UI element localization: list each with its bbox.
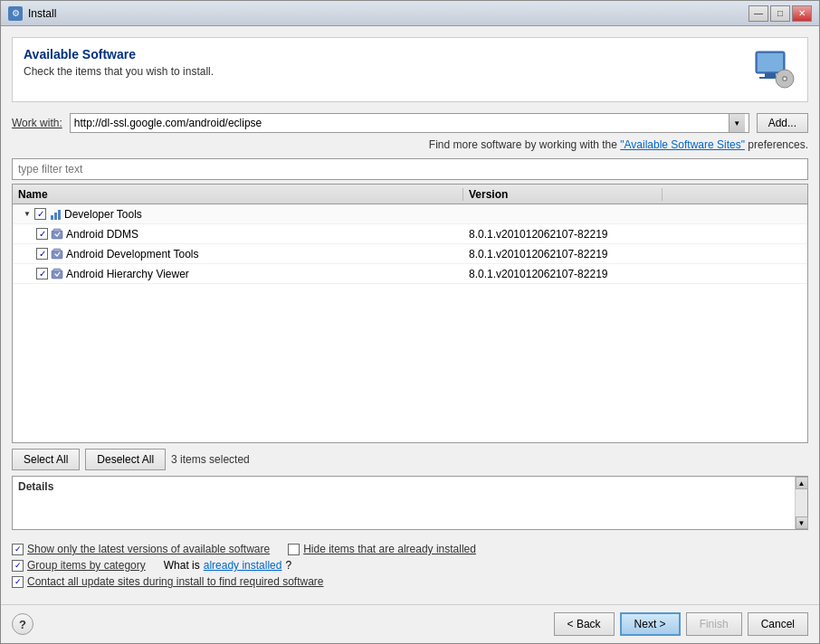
tree-cell-version: 8.0.1.v201012062107-82219 — [463, 248, 663, 260]
col-version: Version — [463, 188, 663, 201]
select-all-button[interactable]: Select All — [12, 449, 80, 470]
svg-rect-9 — [52, 251, 62, 259]
help-button[interactable]: ? — [12, 613, 33, 635]
work-with-label: Work with: — [12, 117, 62, 129]
option-item-latest-versions: Show only the latest versions of availab… — [12, 543, 270, 555]
row-checkbox[interactable] — [34, 208, 46, 220]
software-sites-row: Find more software by working with the "… — [12, 138, 808, 151]
options-row-3: Contact all update sites during install … — [12, 575, 808, 588]
main-content: Name Version ▼ — [12, 184, 808, 593]
software-sites-link[interactable]: "Available Software Sites" — [620, 138, 745, 151]
package-group-icon — [48, 207, 62, 222]
row-label: Android DDMS — [66, 228, 138, 241]
option-label-latest-versions: Show only the latest versions of availab… — [27, 543, 270, 555]
title-bar-buttons: — □ ✕ — [748, 5, 812, 22]
work-with-row: Work with: http://dl-ssl.google.com/andr… — [12, 113, 808, 133]
option-label-hide-installed: Hide items that are already installed — [303, 543, 476, 555]
tree-body: ▼ Developer Tools — [13, 204, 807, 284]
already-installed-link[interactable]: already installed — [204, 559, 282, 572]
details-label: Details — [18, 480, 53, 493]
options-row-2: Group items by category What is already … — [12, 559, 808, 572]
svg-rect-8 — [53, 229, 61, 232]
option-label-already-installed-prefix: What is — [164, 559, 200, 572]
scroll-up-button[interactable]: ▲ — [796, 477, 808, 489]
header-icon — [751, 47, 796, 92]
svg-rect-2 — [765, 73, 776, 77]
option-checkbox-hide-installed[interactable] — [288, 544, 300, 555]
install-window: ⚙ Install — □ ✕ Available Software Check… — [0, 0, 820, 644]
work-with-combo[interactable]: http://dl-ssl.google.com/android/eclipse… — [70, 113, 749, 133]
details-section: Details ▲ ▼ — [12, 476, 808, 530]
tree-cell-name: Android DDMS — [13, 227, 463, 242]
option-label-already-installed-suffix: ? — [285, 559, 291, 572]
filter-input[interactable] — [12, 158, 808, 180]
software-sites-prefix: Find more software by working with the — [429, 138, 620, 151]
cancel-button[interactable]: Cancel — [748, 612, 808, 636]
content-area: Available Software Check the items that … — [1, 26, 819, 604]
row-label: Developer Tools — [64, 208, 142, 221]
software-sites-suffix: preferences. — [748, 138, 808, 151]
row-checkbox[interactable] — [36, 268, 48, 279]
option-item-already-installed: What is already installed ? — [164, 559, 291, 572]
svg-rect-10 — [53, 249, 61, 251]
options-section: Show only the latest versions of availab… — [12, 537, 808, 593]
window-title: Install — [28, 7, 748, 20]
option-item-hide-installed: Hide items that are already installed — [288, 543, 476, 555]
header-section: Available Software Check the items that … — [12, 37, 808, 102]
svg-rect-11 — [52, 270, 62, 279]
window-icon: ⚙ — [8, 6, 23, 21]
header-subtitle: Check the items that you wish to install… — [24, 65, 751, 78]
header-title: Available Software — [24, 47, 751, 62]
combo-value: http://dl-ssl.google.com/android/eclipse — [74, 117, 262, 129]
tree-cell-name: Android Hierarchy Viewer — [13, 267, 463, 281]
option-checkbox-contact-update-sites[interactable] — [12, 576, 24, 588]
package-icon — [50, 247, 64, 261]
tree-header: Name Version — [13, 185, 807, 204]
tree-table: Name Version ▼ — [12, 184, 808, 443]
add-button[interactable]: Add... — [757, 113, 808, 133]
title-bar: ⚙ Install — □ ✕ — [1, 1, 819, 26]
bottom-bar: ? < Back Next > Finish Cancel — [1, 604, 819, 643]
table-row: Android Hierarchy Viewer 8.0.1.v20101206… — [13, 264, 807, 284]
details-scrollbar: ▲ ▼ — [795, 477, 807, 529]
row-label: Android Development Tools — [66, 248, 199, 260]
table-row: Android Development Tools 8.0.1.v2010120… — [13, 244, 807, 264]
close-button[interactable]: ✕ — [792, 5, 812, 22]
header-text: Available Software Check the items that … — [24, 47, 751, 78]
option-checkbox-latest-versions[interactable] — [12, 544, 24, 555]
deselect-all-button[interactable]: Deselect All — [85, 449, 166, 470]
svg-rect-12 — [53, 269, 61, 271]
options-row-1: Show only the latest versions of availab… — [12, 543, 808, 555]
option-label-contact-update-sites: Contact all update sites during install … — [27, 575, 324, 588]
row-label: Android Hierarchy Viewer — [66, 268, 189, 280]
table-row: Android DDMS 8.0.1.v201012062107-82219 — [13, 224, 807, 244]
selection-bar: Select All Deselect All 3 items selected — [12, 443, 808, 476]
package-icon — [50, 267, 64, 281]
package-icon — [50, 227, 64, 242]
row-checkbox[interactable] — [36, 228, 48, 240]
svg-rect-1 — [758, 53, 783, 71]
svg-point-6 — [784, 78, 787, 80]
tree-cell-version: 8.0.1.v201012062107-82219 — [463, 228, 663, 241]
expand-arrow-icon[interactable]: ▼ — [22, 209, 33, 220]
monitor-cd-icon — [752, 48, 796, 91]
tree-cell-name: ▼ Developer Tools — [13, 207, 463, 222]
minimize-button[interactable]: — — [748, 5, 768, 22]
maximize-button[interactable]: □ — [770, 5, 790, 22]
svg-rect-7 — [52, 231, 62, 239]
table-row: ▼ Developer Tools — [13, 204, 807, 224]
tree-cell-name: Android Development Tools — [13, 247, 463, 261]
option-label-group-category: Group items by category — [27, 559, 146, 572]
next-button[interactable]: Next > — [620, 612, 681, 636]
scroll-down-button[interactable]: ▼ — [796, 516, 808, 529]
option-checkbox-group-category[interactable] — [12, 560, 24, 572]
combo-arrow-icon: ▼ — [729, 114, 745, 132]
option-item-contact-update-sites: Contact all update sites during install … — [12, 575, 324, 588]
items-selected-text: 3 items selected — [171, 453, 250, 466]
row-checkbox[interactable] — [36, 248, 48, 260]
tree-cell-version: 8.0.1.v201012062107-82219 — [463, 268, 663, 280]
option-item-group-category: Group items by category — [12, 559, 146, 572]
back-button[interactable]: < Back — [554, 612, 615, 636]
finish-button[interactable]: Finish — [686, 612, 742, 636]
col-name: Name — [13, 188, 463, 201]
